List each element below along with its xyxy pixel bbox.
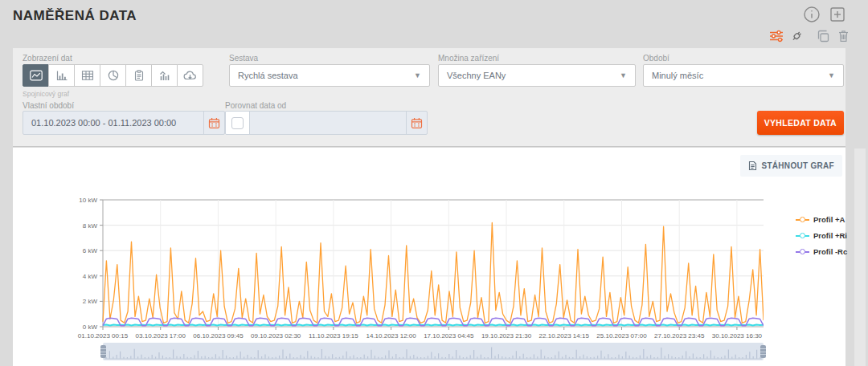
svg-text:09.10.2023 02:30: 09.10.2023 02:30	[251, 332, 301, 340]
svg-text:0 kW: 0 kW	[83, 323, 98, 331]
range-handle-left[interactable]	[100, 345, 106, 358]
svg-text:25.10.2023 07:00: 25.10.2023 07:00	[596, 332, 647, 340]
calendar-icon[interactable]	[203, 112, 224, 134]
compare-date-input[interactable]	[250, 112, 406, 134]
report-select-value: Rychlá sestava	[238, 71, 298, 80]
document-icon	[748, 161, 757, 171]
custom-period-input-group: 01.10.2023 00:00 - 01.11.2023 00:00	[23, 111, 225, 135]
legend-label: Profil -Rc	[813, 247, 847, 256]
info-icon[interactable]	[802, 5, 821, 24]
display-bar-chart-button[interactable]	[48, 64, 75, 87]
svg-text:10 kW: 10 kW	[79, 197, 97, 204]
chart-panel: STÁHNOUT GRAF 10 kW8 kW6 kW4 kW2 kW0 kW0…	[13, 148, 845, 366]
display-label: Zobrazení dat	[23, 54, 72, 63]
svg-text:6 kW: 6 kW	[83, 247, 98, 254]
custom-period-input[interactable]: 01.10.2023 00:00 - 01.11.2023 00:00	[23, 112, 203, 134]
legend-label: Profil +A	[813, 215, 845, 224]
svg-text:2 kW: 2 kW	[83, 298, 98, 305]
legend-label: Profil +Ri	[813, 231, 847, 240]
period-select[interactable]: Minulý měsíc ▼	[643, 64, 844, 87]
header-icon-group	[802, 5, 847, 24]
display-type-button-group	[23, 64, 203, 87]
chevron-down-icon: ▼	[620, 71, 627, 79]
legend-item-profil-ri[interactable]: Profil +Ri	[796, 231, 847, 240]
compare-input-group	[225, 111, 428, 135]
legend-marker	[796, 216, 809, 223]
legend-marker	[796, 232, 809, 239]
range-handle-right[interactable]	[760, 345, 766, 358]
page-title: NAMĚŘENÁ DATA	[13, 8, 137, 24]
svg-text:03.10.2023 17:00: 03.10.2023 17:00	[136, 332, 186, 340]
legend-item-profil-rc[interactable]: Profil -Rc	[796, 247, 847, 256]
svg-text:01.10.2023 00:15: 01.10.2023 00:15	[78, 332, 129, 340]
search-data-button[interactable]: VYHLEDAT DATA	[757, 111, 844, 135]
report-select[interactable]: Rychlá sestava ▼	[229, 64, 430, 87]
compare-checkbox[interactable]	[231, 117, 244, 129]
plug-icon[interactable]	[789, 29, 804, 43]
display-pie-chart-button[interactable]	[100, 64, 126, 87]
legend-item-profil-a[interactable]: Profil +A	[796, 215, 847, 224]
period-select-value: Minulý měsíc	[652, 71, 703, 80]
svg-text:11.10.2023 19:15: 11.10.2023 19:15	[309, 332, 358, 340]
chevron-down-icon: ▼	[828, 71, 835, 79]
trash-icon[interactable]	[836, 29, 850, 43]
display-histogram-button[interactable]	[151, 64, 178, 87]
svg-text:17.10.2023 04:45: 17.10.2023 04:45	[424, 332, 474, 340]
report-label: Sestava	[229, 54, 258, 63]
compare-checkbox-cell	[226, 112, 250, 134]
display-cloud-download-button[interactable]	[177, 64, 203, 87]
display-line-chart-button[interactable]	[23, 64, 49, 87]
svg-text:14.10.2023 12:00: 14.10.2023 12:00	[366, 332, 416, 340]
duplicate-icon[interactable]	[816, 29, 830, 43]
svg-text:8 kW: 8 kW	[83, 222, 98, 230]
chart-legend: Profil +A Profil +Ri Profil -Rc	[796, 215, 847, 263]
legend-marker	[796, 248, 809, 255]
calendar-icon[interactable]	[406, 112, 427, 134]
compare-label: Porovnat data od	[225, 101, 286, 110]
svg-text:30.10.2023 16:30: 30.10.2023 16:30	[712, 332, 763, 340]
download-chart-button[interactable]: STÁHNOUT GRAF	[740, 155, 842, 177]
minimap-preview	[103, 343, 764, 360]
add-icon[interactable]	[828, 5, 847, 24]
devices-label: Množina zařízení	[438, 54, 499, 63]
svg-text:4 kW: 4 kW	[83, 273, 98, 280]
period-label: Období	[643, 54, 669, 63]
download-chart-label: STÁHNOUT GRAF	[761, 161, 834, 170]
chevron-down-icon: ▼	[414, 71, 421, 79]
custom-period-label: Vlastní období	[23, 101, 74, 110]
devices-select-value: Všechny EANy	[447, 71, 506, 80]
devices-select[interactable]: Všechny EANy ▼	[438, 64, 636, 87]
display-table-button[interactable]	[74, 64, 100, 87]
svg-text:06.10.2023 09:45: 06.10.2023 09:45	[193, 332, 244, 340]
line-chart: 10 kW8 kW6 kW4 kW2 kW0 kW01.10.2023 00:1…	[76, 197, 764, 341]
display-clipboard-button[interactable]	[125, 64, 152, 87]
filter-sliders-icon[interactable]	[769, 29, 784, 43]
display-type-caption: Spojnicový graf	[23, 90, 69, 98]
toolbar-icon-group	[769, 29, 850, 43]
svg-text:19.10.2023 21:30: 19.10.2023 21:30	[481, 332, 532, 340]
filter-panel: Zobrazení dat	[13, 48, 845, 147]
chart-range-scrollbar[interactable]	[103, 343, 764, 360]
vertical-scrollbar[interactable]	[854, 148, 866, 366]
svg-text:22.10.2023 14:15: 22.10.2023 14:15	[539, 332, 590, 340]
svg-text:27.10.2023 23:45: 27.10.2023 23:45	[654, 332, 705, 340]
